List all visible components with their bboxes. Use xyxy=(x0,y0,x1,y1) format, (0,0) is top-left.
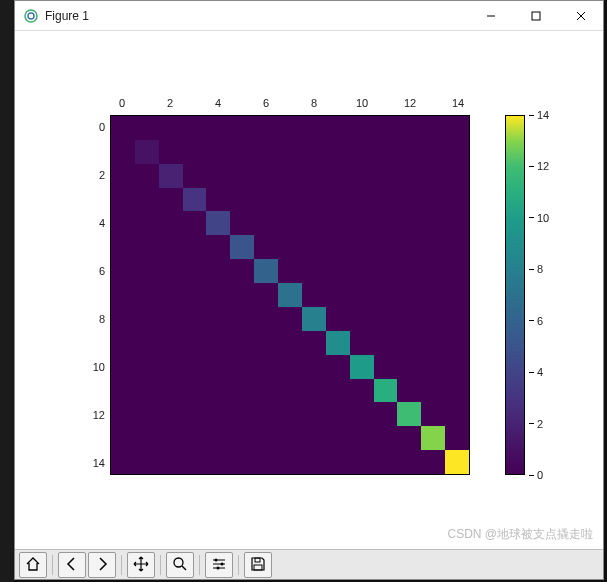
heatmap-cell xyxy=(183,164,207,188)
heatmap-cell xyxy=(445,211,469,235)
save-button[interactable] xyxy=(244,552,272,578)
heatmap-cell xyxy=(302,283,326,307)
heatmap-cell xyxy=(159,426,183,450)
heatmap-cell xyxy=(397,164,421,188)
heatmap-cell xyxy=(374,307,398,331)
heatmap-cell xyxy=(302,426,326,450)
app-icon xyxy=(23,8,39,24)
heatmap-cell xyxy=(445,331,469,355)
heatmap-cell xyxy=(350,188,374,212)
toolbar-separator xyxy=(199,555,200,575)
heatmap-cell xyxy=(278,331,302,355)
heatmap-cell xyxy=(302,307,326,331)
heatmap-cell xyxy=(445,259,469,283)
heatmap-cell xyxy=(302,331,326,355)
heatmap-cell xyxy=(374,379,398,403)
colorbar-tick: 12 xyxy=(529,160,549,172)
heatmap-cell xyxy=(421,307,445,331)
heatmap-cell xyxy=(183,211,207,235)
minimize-button[interactable] xyxy=(468,1,513,31)
heatmap-cell xyxy=(230,259,254,283)
heatmap-cell xyxy=(374,164,398,188)
heatmap-cell xyxy=(326,379,350,403)
heatmap-cell xyxy=(135,235,159,259)
heatmap-cell xyxy=(302,140,326,164)
heatmap-cell xyxy=(159,307,183,331)
colorbar-tick: 10 xyxy=(529,212,549,224)
heatmap-cell xyxy=(206,331,230,355)
heatmap-cell xyxy=(397,188,421,212)
heatmap-cell xyxy=(111,426,135,450)
heatmap-cell xyxy=(350,402,374,426)
heatmap-cell xyxy=(135,450,159,474)
heatmap-cell xyxy=(421,164,445,188)
heatmap-cell xyxy=(230,402,254,426)
heatmap-cell xyxy=(230,283,254,307)
heatmap-cell xyxy=(159,140,183,164)
heatmap-cell xyxy=(326,331,350,355)
heatmap-cell xyxy=(111,211,135,235)
heatmap-cell xyxy=(421,450,445,474)
heatmap-cell xyxy=(183,402,207,426)
forward-button[interactable] xyxy=(88,552,116,578)
heatmap-cell xyxy=(374,188,398,212)
x-tick-label: 6 xyxy=(263,97,269,109)
heatmap-cell xyxy=(397,235,421,259)
heatmap-cell xyxy=(326,116,350,140)
heatmap-cell xyxy=(159,402,183,426)
heatmap-cell xyxy=(230,235,254,259)
home-button[interactable] xyxy=(19,552,47,578)
heatmap-cell xyxy=(326,164,350,188)
heatmap-cell xyxy=(206,379,230,403)
colorbar-tick-label: 2 xyxy=(537,418,543,430)
heatmap-cell xyxy=(326,450,350,474)
x-tick-label: 14 xyxy=(452,97,464,109)
heatmap-cell xyxy=(278,379,302,403)
heatmap-cell xyxy=(374,140,398,164)
back-button[interactable] xyxy=(58,552,86,578)
heatmap-cell xyxy=(206,164,230,188)
heatmap-cell xyxy=(135,307,159,331)
zoom-button[interactable] xyxy=(166,552,194,578)
watermark: CSDN @地球被支点撬走啦 xyxy=(447,526,593,543)
heatmap xyxy=(110,115,470,475)
heatmap-cell xyxy=(159,211,183,235)
heatmap-cell xyxy=(135,402,159,426)
zoom-icon xyxy=(172,556,188,574)
heatmap-cell xyxy=(111,188,135,212)
heatmap-cell xyxy=(350,259,374,283)
close-button[interactable] xyxy=(558,1,603,31)
heatmap-cell xyxy=(111,140,135,164)
maximize-button[interactable] xyxy=(513,1,558,31)
heatmap-cell xyxy=(397,283,421,307)
colorbar-tick: 6 xyxy=(529,315,543,327)
heatmap-cell xyxy=(421,355,445,379)
save-icon xyxy=(250,556,266,574)
svg-rect-3 xyxy=(532,12,540,20)
heatmap-cell xyxy=(230,140,254,164)
pan-button[interactable] xyxy=(127,552,155,578)
heatmap-cell xyxy=(135,331,159,355)
heatmap-cell xyxy=(111,164,135,188)
heatmap-cell xyxy=(421,116,445,140)
heatmap-cell xyxy=(445,140,469,164)
heatmap-cell xyxy=(135,379,159,403)
heatmap-cell xyxy=(421,140,445,164)
heatmap-cell xyxy=(350,140,374,164)
heatmap-cell xyxy=(159,235,183,259)
heatmap-cell xyxy=(350,355,374,379)
subplots-button[interactable] xyxy=(205,552,233,578)
heatmap-cell xyxy=(254,188,278,212)
heatmap-cell xyxy=(445,426,469,450)
colorbar-tick-label: 10 xyxy=(537,212,549,224)
svg-point-0 xyxy=(25,10,37,22)
figure-window: Figure 1 02468101214 02468101214 0246810… xyxy=(14,0,604,580)
plot-area xyxy=(110,115,470,475)
colorbar-tick: 8 xyxy=(529,263,543,275)
heatmap-cell xyxy=(350,283,374,307)
y-tick-label: 4 xyxy=(99,217,105,229)
toolbar-separator xyxy=(160,555,161,575)
heatmap-cell xyxy=(206,450,230,474)
heatmap-cell xyxy=(159,331,183,355)
heatmap-cell xyxy=(374,259,398,283)
